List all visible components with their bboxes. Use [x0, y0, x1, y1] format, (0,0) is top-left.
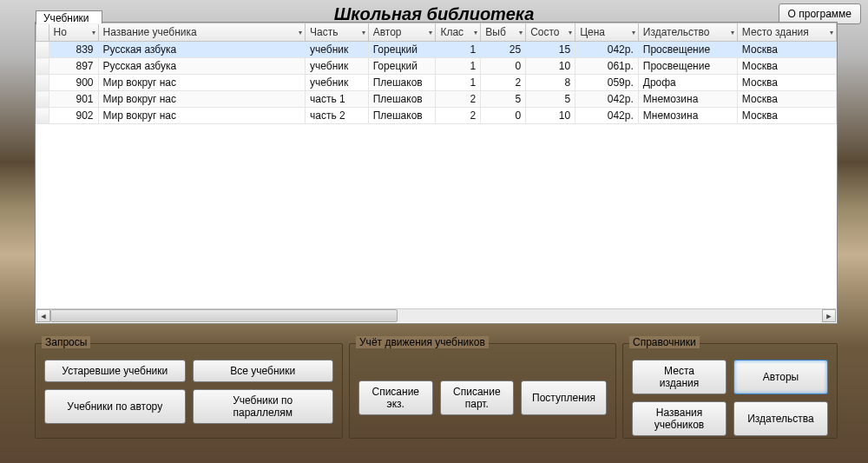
- cell-author: Плешаков: [368, 75, 436, 91]
- cell-part: часть 2: [306, 108, 369, 124]
- cell-name: Русская азбука: [98, 58, 306, 75]
- row-handle[interactable]: [36, 91, 49, 108]
- cell-vyb: 5: [481, 91, 526, 108]
- btn-all-textbooks[interactable]: Все учебники: [193, 360, 334, 382]
- chevron-down-icon[interactable]: ▾: [830, 29, 833, 36]
- cell-vyb: 0: [481, 58, 526, 75]
- cell-no: 901: [49, 91, 98, 108]
- table-row[interactable]: 897Русская азбукаучебникГорецкий1010061р…: [36, 58, 837, 75]
- group-movement: Учёт движения учебников Списание экз. Сп…: [349, 343, 616, 439]
- cell-part: учебник: [306, 75, 369, 91]
- column-header[interactable]: Состо▾: [526, 23, 575, 42]
- cell-pub: Дрофа: [638, 75, 737, 91]
- chevron-down-icon[interactable]: ▾: [299, 29, 302, 36]
- cell-pub: Просвещение: [638, 58, 737, 75]
- btn-dir-authors[interactable]: Авторы: [733, 360, 828, 394]
- column-header[interactable]: Выб▾: [481, 23, 526, 42]
- group-directories: Справочники Места издания Авторы Названи…: [622, 343, 838, 439]
- scroll-left-icon[interactable]: ◄: [36, 309, 50, 322]
- cell-sost: 10: [526, 58, 575, 75]
- column-label: Издательство: [643, 26, 710, 38]
- table-row[interactable]: 902Мир вокруг насчасть 2Плешаков2010042р…: [36, 108, 837, 124]
- column-header[interactable]: Название учебника▾: [98, 23, 306, 42]
- group-movement-title: Учёт движения учебников: [356, 336, 489, 348]
- table-row[interactable]: 900Мир вокруг насучебникПлешаков128059р.…: [36, 75, 837, 91]
- column-label: Состо: [530, 26, 559, 38]
- cell-sost: 8: [526, 75, 575, 91]
- cell-klass: 1: [436, 42, 481, 58]
- group-directories-title: Справочники: [629, 336, 700, 348]
- column-label: Выб: [485, 26, 506, 38]
- column-header[interactable]: Издательство▾: [638, 23, 737, 42]
- row-handle[interactable]: [36, 58, 49, 75]
- chevron-down-icon[interactable]: ▾: [569, 29, 572, 36]
- cell-sost: 5: [526, 91, 575, 108]
- horizontal-scrollbar[interactable]: ◄ ►: [36, 308, 836, 322]
- btn-dir-publishers[interactable]: Издательства: [733, 401, 828, 436]
- textbooks-table-container: Учебники Но▾Название учебника▾Часть▾Авто…: [35, 22, 838, 324]
- cell-author: Горецкий: [368, 42, 436, 58]
- btn-dir-titles[interactable]: Названия учебников: [632, 401, 727, 436]
- cell-part: учебник: [306, 42, 369, 58]
- cell-place: Москва: [737, 58, 836, 75]
- cell-klass: 1: [436, 75, 481, 91]
- chevron-down-icon[interactable]: ▾: [92, 29, 95, 36]
- row-handle[interactable]: [36, 42, 49, 58]
- btn-outdated-textbooks[interactable]: Устаревшие учебники: [44, 360, 186, 382]
- row-handle[interactable]: [36, 75, 49, 91]
- cell-sost: 15: [526, 42, 575, 58]
- column-label: Часть: [310, 26, 338, 38]
- textbooks-table: Но▾Название учебника▾Часть▾Автор▾Клас▾Вы…: [36, 23, 837, 124]
- column-header[interactable]: Автор▾: [368, 23, 436, 42]
- cell-price: 059р.: [575, 75, 639, 91]
- chevron-down-icon[interactable]: ▾: [362, 29, 365, 36]
- cell-no: 902: [49, 108, 98, 124]
- column-header[interactable]: Клас▾: [436, 23, 481, 42]
- cell-klass: 1: [436, 58, 481, 75]
- table-row[interactable]: 839Русская азбукаучебникГорецкий12515042…: [36, 42, 837, 58]
- cell-place: Москва: [737, 91, 836, 108]
- cell-vyb: 2: [481, 75, 526, 91]
- btn-receipts[interactable]: Поступления: [521, 380, 607, 415]
- chevron-down-icon[interactable]: ▾: [474, 29, 477, 36]
- cell-vyb: 25: [481, 42, 526, 58]
- chevron-down-icon[interactable]: ▾: [429, 29, 432, 36]
- cell-price: 061р.: [575, 58, 639, 75]
- cell-author: Горецкий: [368, 58, 436, 75]
- group-queries: Запросы Устаревшие учебники Все учебники…: [35, 343, 343, 439]
- cell-price: 042р.: [575, 108, 639, 124]
- cell-place: Москва: [737, 75, 836, 91]
- cell-pub: Мнемозина: [638, 108, 737, 124]
- chevron-down-icon[interactable]: ▾: [731, 29, 734, 36]
- btn-dir-places[interactable]: Места издания: [632, 360, 727, 394]
- btn-by-author[interactable]: Учебники по автору: [44, 389, 186, 424]
- cell-klass: 2: [436, 91, 481, 108]
- column-header[interactable]: Но▾: [49, 23, 98, 42]
- row-handle[interactable]: [36, 108, 49, 124]
- cell-sost: 10: [526, 108, 575, 124]
- cell-price: 042р.: [575, 42, 639, 58]
- cell-no: 897: [49, 58, 98, 75]
- row-selector-header[interactable]: [36, 23, 49, 42]
- chevron-down-icon[interactable]: ▾: [519, 29, 523, 36]
- chevron-down-icon[interactable]: ▾: [632, 29, 635, 36]
- column-label: Название учебника: [103, 26, 197, 38]
- column-label: Автор: [373, 26, 402, 38]
- cell-vyb: 0: [481, 108, 526, 124]
- column-header[interactable]: Часть▾: [306, 23, 369, 42]
- table-scroll[interactable]: Но▾Название учебника▾Часть▾Автор▾Клас▾Вы…: [36, 23, 837, 323]
- cell-author: Плешаков: [368, 91, 436, 108]
- table-row[interactable]: 901Мир вокруг насчасть 1Плешаков255042р.…: [36, 91, 837, 108]
- cell-price: 042р.: [575, 91, 639, 108]
- column-header[interactable]: Место здания▾: [737, 23, 836, 42]
- btn-by-parallel[interactable]: Учебники по параллелям: [193, 389, 334, 424]
- scroll-thumb[interactable]: [50, 309, 398, 322]
- btn-writeoff-batches[interactable]: Списание парт.: [440, 380, 515, 415]
- cell-name: Мир вокруг нас: [98, 75, 306, 91]
- column-header[interactable]: Цена▾: [575, 23, 639, 42]
- btn-writeoff-copies[interactable]: Списание экз.: [358, 380, 433, 415]
- cell-place: Москва: [737, 108, 836, 124]
- cell-klass: 2: [436, 108, 481, 124]
- cell-no: 900: [49, 75, 98, 91]
- scroll-right-icon[interactable]: ►: [822, 309, 836, 322]
